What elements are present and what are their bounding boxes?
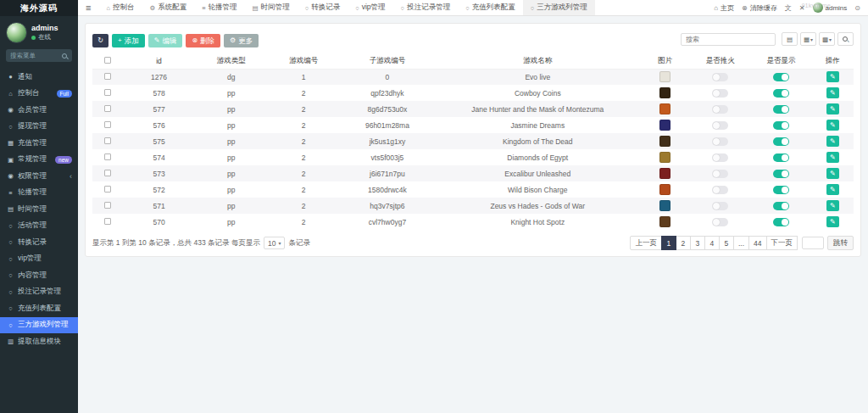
page-button-2[interactable]: 2 xyxy=(676,236,691,250)
row-edit-button[interactable]: ✎ xyxy=(826,184,839,195)
logout-button[interactable]: ⊙ xyxy=(854,4,860,12)
sidebar-item-轮播管理[interactable]: ≡轮播管理 xyxy=(0,185,78,202)
page-button-44[interactable]: 44 xyxy=(748,236,766,250)
table-search-input[interactable] xyxy=(681,33,776,46)
tab-时间管理[interactable]: ▤时间管理 xyxy=(245,0,298,15)
sidebar-item-vip管理[interactable]: ○vip管理 xyxy=(0,251,78,268)
tab-系统配置[interactable]: ⚙系统配置 xyxy=(142,0,194,15)
hot-toggle[interactable] xyxy=(712,89,728,98)
edit-button[interactable]: ✎编辑 xyxy=(148,34,183,47)
visible-toggle[interactable] xyxy=(773,89,789,98)
column-header[interactable]: 游戏类型 xyxy=(195,53,267,69)
sidebar-item-内容管理[interactable]: ○内容管理 xyxy=(0,267,78,284)
select-all-checkbox[interactable] xyxy=(104,57,111,64)
row-edit-button[interactable]: ✎ xyxy=(826,71,839,82)
row-edit-button[interactable]: ✎ xyxy=(826,87,839,98)
visible-toggle[interactable] xyxy=(773,202,789,210)
visible-toggle[interactable] xyxy=(773,186,789,194)
row-edit-button[interactable]: ✎ xyxy=(826,168,839,179)
hot-toggle[interactable] xyxy=(712,105,728,114)
language-button[interactable]: 文 xyxy=(785,3,792,13)
column-header[interactable]: 子游戏编号 xyxy=(340,53,435,69)
column-header[interactable]: 游戏编号 xyxy=(268,53,340,69)
column-header[interactable]: 游戏名称 xyxy=(435,53,640,69)
sidebar-item-提现管理[interactable]: ○提现管理 xyxy=(0,119,78,136)
row-checkbox[interactable] xyxy=(104,153,111,160)
row-checkbox[interactable] xyxy=(104,121,111,128)
row-edit-button[interactable]: ✎ xyxy=(826,152,839,163)
row-edit-button[interactable]: ✎ xyxy=(826,200,839,211)
column-header[interactable]: 是否显示 xyxy=(751,53,812,69)
clear-cache-link[interactable]: ⊗清除缓存 xyxy=(742,3,777,13)
tab-投注记录管理[interactable]: ○投注记录管理 xyxy=(393,0,459,15)
page-button-3[interactable]: 3 xyxy=(690,236,705,250)
sidebar-item-通知[interactable]: ●通知 xyxy=(0,69,78,86)
visible-toggle[interactable] xyxy=(773,137,789,146)
visible-toggle[interactable] xyxy=(773,218,789,226)
row-checkbox[interactable] xyxy=(104,89,111,96)
row-checkbox[interactable] xyxy=(104,202,111,209)
sidebar-item-充值管理[interactable]: ▦充值管理 xyxy=(0,135,78,152)
row-edit-button[interactable]: ✎ xyxy=(826,103,839,114)
fullscreen-button[interactable]: ✕ xyxy=(799,4,805,12)
column-header[interactable]: id xyxy=(123,53,195,69)
visible-toggle[interactable] xyxy=(773,73,789,81)
tab-转换记录[interactable]: ○转换记录 xyxy=(298,0,348,15)
search-icon[interactable] xyxy=(62,53,67,59)
jump-button[interactable]: 跳转 xyxy=(827,236,854,250)
sidebar-search-input[interactable] xyxy=(6,52,60,59)
row-edit-button[interactable]: ✎ xyxy=(826,216,839,227)
next-page-button[interactable]: 下一页 xyxy=(766,236,798,250)
tab-三方游戏列管理[interactable]: ○三方游戏列管理 xyxy=(523,0,595,15)
sidebar-item-时间管理[interactable]: ▤时间管理 xyxy=(0,201,78,218)
sidebar-item-会员管理[interactable]: ◉会员管理 xyxy=(0,102,78,119)
row-edit-button[interactable]: ✎ xyxy=(826,120,839,131)
page-button-4[interactable]: 4 xyxy=(704,236,720,250)
export-button[interactable]: ▤ xyxy=(782,32,798,46)
page-button-5[interactable]: 5 xyxy=(719,236,734,250)
hot-toggle[interactable] xyxy=(712,121,728,130)
menu-toggle-icon[interactable]: ≡ xyxy=(78,0,98,15)
add-button[interactable]: +添加 xyxy=(112,34,145,47)
row-checkbox[interactable] xyxy=(104,186,111,193)
search-button[interactable] xyxy=(837,32,854,46)
hot-toggle[interactable] xyxy=(712,202,728,210)
row-edit-button[interactable]: ✎ xyxy=(826,136,839,147)
more-button[interactable]: ⚙更多 xyxy=(224,34,259,47)
column-header[interactable]: 图片 xyxy=(641,53,690,69)
sidebar-item-充值列表配置[interactable]: ○充值列表配置 xyxy=(0,300,78,317)
hot-toggle[interactable] xyxy=(712,218,728,226)
refresh-button[interactable]: ↻ xyxy=(92,34,108,47)
hot-toggle[interactable] xyxy=(712,153,728,162)
hot-toggle[interactable] xyxy=(712,186,728,194)
tab-vip管理[interactable]: ○vip管理 xyxy=(348,0,392,15)
row-checkbox[interactable] xyxy=(104,218,111,225)
sidebar-item-转换记录[interactable]: ○转换记录 xyxy=(0,234,78,251)
sidebar-item-投注记录管理[interactable]: ○投注记录管理 xyxy=(0,284,78,301)
column-header[interactable]: 是否推火 xyxy=(690,53,751,69)
sidebar-item-三方游戏列管理[interactable]: ○三方游戏列管理 xyxy=(0,317,78,334)
visible-toggle[interactable] xyxy=(773,153,789,162)
jump-page-input[interactable] xyxy=(802,237,824,249)
home-link[interactable]: ⌂主页 xyxy=(714,3,734,13)
column-header[interactable]: 操作 xyxy=(812,53,854,69)
columns-button[interactable]: ▦▾ xyxy=(800,32,816,46)
hot-toggle[interactable] xyxy=(712,73,728,81)
user-menu[interactable]: admins xyxy=(813,3,848,13)
delete-button[interactable]: ⊗删除 xyxy=(186,34,220,47)
tab-控制台[interactable]: ⌂控制台 xyxy=(98,0,142,15)
page-size-select[interactable]: 10 ▾ xyxy=(264,237,285,249)
visible-toggle[interactable] xyxy=(773,170,789,178)
sidebar-item-常规管理[interactable]: ▣常规管理new xyxy=(0,152,78,169)
prev-page-button[interactable]: 上一页 xyxy=(630,236,662,250)
tab-充值列表配置[interactable]: ○充值列表配置 xyxy=(458,0,523,15)
row-checkbox[interactable] xyxy=(104,73,111,80)
sidebar-item-活动管理[interactable]: ○活动管理 xyxy=(0,218,78,235)
tab-轮播管理[interactable]: ≡轮播管理 xyxy=(194,0,244,15)
hot-toggle[interactable] xyxy=(712,170,728,178)
row-checkbox[interactable] xyxy=(104,170,111,176)
sidebar-item-控制台[interactable]: ⌂控制台Full xyxy=(0,86,78,103)
filter-button[interactable]: ▩▾ xyxy=(819,32,835,46)
sidebar-item-提取信息模块[interactable]: ▥提取信息模块 xyxy=(0,333,78,350)
visible-toggle[interactable] xyxy=(773,105,789,114)
